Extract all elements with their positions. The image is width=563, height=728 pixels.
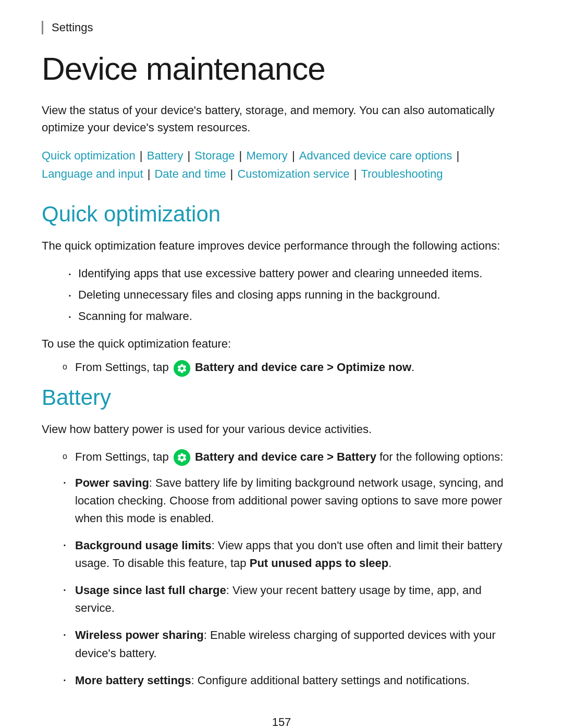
quick-optimization-intro: The quick optimization feature improves … (42, 237, 521, 254)
nav-links: Quick optimization | Battery | Storage |… (42, 146, 521, 183)
bullet-item-1: Identifying apps that use excessive batt… (68, 265, 521, 282)
quick-optimization-title: Quick optimization (42, 202, 521, 227)
page-title: Device maintenance (42, 50, 521, 87)
battery-step-prefix: From Settings, tap (75, 450, 172, 463)
battery-option-background-usage: Background usage limits: View apps that … (63, 537, 521, 572)
battery-settings-icon (174, 449, 190, 466)
nav-link-language[interactable]: Language and input (42, 167, 143, 180)
quick-optimization-steps: From Settings, tap Battery and device ca… (63, 359, 521, 376)
nav-link-troubleshooting[interactable]: Troubleshooting (361, 167, 443, 180)
quick-optimization-bullets: Identifying apps that use excessive batt… (68, 265, 521, 325)
battery-option-label-4: Wireless power sharing (75, 628, 204, 641)
page-container: Settings Device maintenance View the sta… (0, 0, 563, 728)
quick-optimization-instruction: To use the quick optimization feature: (42, 335, 521, 352)
nav-link-memory[interactable]: Memory (246, 149, 287, 162)
nav-link-date[interactable]: Date and time (154, 167, 226, 180)
battery-step-1: From Settings, tap Battery and device ca… (63, 448, 521, 466)
nav-separator-7: | (227, 167, 236, 180)
battery-option-usage-since: Usage since last full charge: View your … (63, 582, 521, 617)
nav-separator-5: | (453, 149, 459, 162)
battery-options-list: Power saving: Save battery life by limit… (63, 474, 521, 689)
battery-step-suffix: for the following options: (376, 450, 503, 463)
nav-link-battery[interactable]: Battery (147, 149, 183, 162)
intro-text: View the status of your device's battery… (42, 102, 521, 136)
battery-option-period-2: . (388, 557, 391, 570)
battery-steps: From Settings, tap Battery and device ca… (63, 448, 521, 466)
bullet-item-2: Deleting unnecessary files and closing a… (68, 286, 521, 303)
bullet-item-3: Scanning for malware. (68, 307, 521, 325)
battery-option-label-1: Power saving (75, 476, 149, 489)
nav-link-advanced[interactable]: Advanced device care options (299, 149, 452, 162)
nav-separator-6: | (144, 167, 154, 180)
battery-option-power-saving: Power saving: Save battery life by limit… (63, 474, 521, 527)
settings-breadcrumb: Settings (42, 21, 521, 34)
nav-separator-1: | (137, 149, 146, 162)
battery-option-bold-2: Put unused apps to sleep (250, 557, 388, 570)
nav-separator-3: | (236, 149, 245, 162)
battery-option-text-5: : Configure additional battery settings … (191, 674, 470, 687)
nav-link-storage[interactable]: Storage (194, 149, 235, 162)
battery-option-label-5: More battery settings (75, 674, 191, 687)
battery-option-wireless-sharing: Wireless power sharing: Enable wireless … (63, 626, 521, 662)
battery-step-bold: Battery and device care > Battery (195, 450, 376, 463)
battery-title: Battery (42, 385, 521, 410)
nav-separator-8: | (351, 167, 360, 180)
settings-icon (174, 360, 190, 377)
step-period: . (411, 361, 414, 374)
nav-separator-2: | (184, 149, 193, 162)
nav-link-quick-optimization[interactable]: Quick optimization (42, 149, 136, 162)
battery-intro: View how battery power is used for your … (42, 421, 521, 438)
battery-option-more-settings: More battery settings: Configure additio… (63, 672, 521, 689)
nav-separator-4: | (289, 149, 298, 162)
page-number: 157 (42, 715, 521, 728)
step-item-1: From Settings, tap Battery and device ca… (63, 359, 521, 376)
nav-link-customization[interactable]: Customization service (237, 167, 349, 180)
step-prefix: From Settings, tap (75, 361, 172, 374)
battery-option-label-3: Usage since last full charge (75, 584, 226, 597)
battery-option-label-2: Background usage limits (75, 539, 212, 552)
step-bold: Battery and device care > Optimize now (195, 361, 411, 374)
